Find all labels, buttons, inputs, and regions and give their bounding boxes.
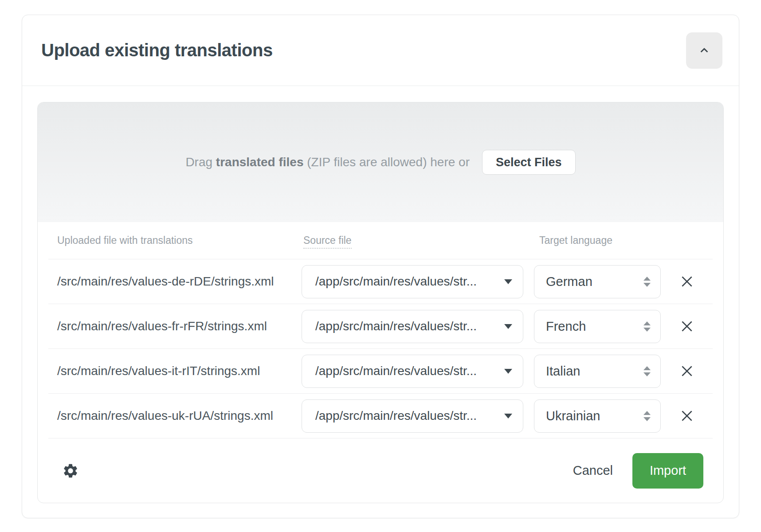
remove-row-button[interactable] — [677, 317, 697, 336]
remove-row-button[interactable] — [677, 361, 697, 381]
up-down-arrows-icon — [643, 366, 651, 376]
target-language-value: German — [546, 274, 592, 289]
column-header-source-file: Source file — [302, 235, 534, 246]
source-file-dropdown[interactable]: /app/src/main/res/values/str... — [302, 310, 523, 343]
settings-button[interactable] — [62, 462, 79, 479]
target-language-value: Ukrainian — [546, 409, 600, 423]
source-file-dropdown[interactable]: /app/src/main/res/values/str... — [302, 265, 523, 298]
chevron-down-icon — [504, 369, 512, 374]
uploaded-file-path: /src/main/res/values-fr-rFR/strings.xml — [48, 319, 302, 333]
chevron-up-icon — [697, 43, 711, 58]
upload-translations-dialog: Upload existing translations Drag transl… — [22, 15, 739, 518]
up-down-arrows-icon — [643, 277, 651, 287]
table-header-row: Uploaded file with translations Source f… — [48, 222, 713, 259]
select-files-button[interactable]: Select Files — [482, 150, 576, 175]
dropzone-hint-suffix: (ZIP files are allowed) here or — [303, 155, 470, 169]
up-down-arrows-icon — [643, 321, 651, 332]
table-row: /src/main/res/values-de-rDE/strings.xml … — [48, 259, 713, 304]
chevron-down-icon — [504, 279, 512, 284]
panel-footer: Cancel Import — [38, 438, 723, 503]
import-button[interactable]: Import — [632, 453, 703, 489]
table-body: /src/main/res/values-de-rDE/strings.xml … — [48, 259, 713, 438]
source-file-value: /app/src/main/res/values/str... — [315, 364, 477, 378]
source-file-value: /app/src/main/res/values/str... — [315, 409, 477, 423]
source-file-dropdown[interactable]: /app/src/main/res/values/str... — [302, 355, 523, 388]
close-icon — [679, 408, 694, 423]
translations-table: Uploaded file with translations Source f… — [38, 222, 723, 438]
target-language-select[interactable]: Ukrainian — [534, 399, 661, 433]
gear-icon — [62, 462, 79, 479]
table-row: /src/main/res/values-it-rIT/strings.xml … — [48, 349, 713, 394]
chevron-down-icon — [504, 414, 512, 419]
target-language-value: Italian — [546, 364, 580, 379]
target-language-select[interactable]: French — [534, 310, 661, 343]
dialog-header: Upload existing translations — [22, 15, 739, 86]
uploaded-file-path: /src/main/res/values-de-rDE/strings.xml — [48, 274, 302, 289]
source-file-value: /app/src/main/res/values/str... — [315, 274, 477, 289]
uploaded-file-path: /src/main/res/values-it-rIT/strings.xml — [48, 364, 302, 378]
table-row: /src/main/res/values-fr-rFR/strings.xml … — [48, 304, 713, 349]
dialog-body: Drag translated files (ZIP files are all… — [22, 86, 739, 518]
collapse-button[interactable] — [686, 32, 722, 69]
close-icon — [679, 274, 694, 289]
close-icon — [679, 364, 694, 379]
close-icon — [679, 319, 694, 334]
dropzone-hint: Drag translated files (ZIP files are all… — [185, 155, 470, 169]
target-language-value: French — [546, 319, 586, 334]
uploaded-file-path: /src/main/res/values-uk-rUA/strings.xml — [48, 409, 302, 423]
cancel-button[interactable]: Cancel — [573, 463, 613, 478]
upload-panel: Drag translated files (ZIP files are all… — [37, 102, 724, 503]
dropzone-hint-bold: translated files — [216, 155, 304, 169]
dropzone-hint-prefix: Drag — [185, 155, 216, 169]
file-dropzone[interactable]: Drag translated files (ZIP files are all… — [38, 102, 723, 222]
remove-row-button[interactable] — [677, 272, 697, 291]
table-row: /src/main/res/values-uk-rUA/strings.xml … — [48, 394, 713, 438]
source-file-value: /app/src/main/res/values/str... — [315, 319, 477, 333]
column-header-target-language: Target language — [534, 235, 661, 246]
up-down-arrows-icon — [643, 411, 651, 421]
target-language-select[interactable]: Italian — [534, 355, 661, 388]
source-file-dropdown[interactable]: /app/src/main/res/values/str... — [302, 399, 523, 433]
remove-row-button[interactable] — [677, 406, 697, 426]
column-header-uploaded-file: Uploaded file with translations — [48, 235, 302, 246]
chevron-down-icon — [504, 324, 512, 329]
page-title: Upload existing translations — [41, 40, 273, 60]
target-language-select[interactable]: German — [534, 265, 661, 298]
